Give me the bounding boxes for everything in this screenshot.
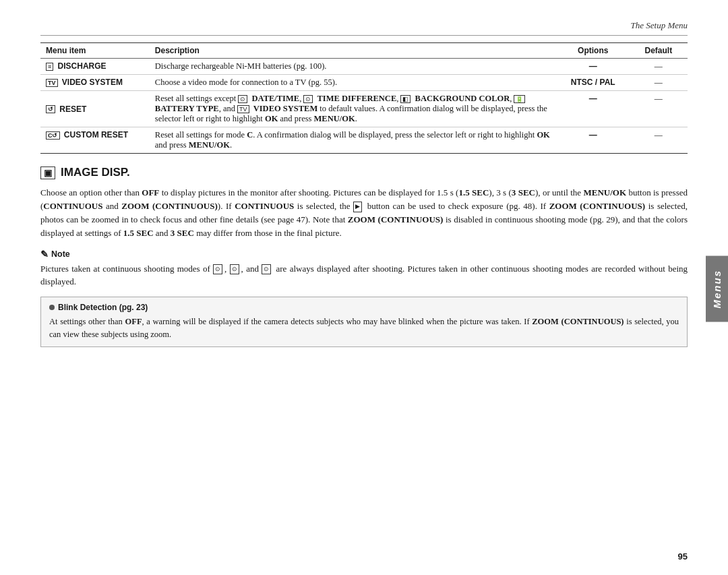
blink-detection-box: Blink Detection (pg. 23) At settings oth… xyxy=(40,297,688,348)
col-header-description: Description xyxy=(150,43,557,59)
custom-reset-options: — xyxy=(557,127,630,154)
custom-reset-default: — xyxy=(630,127,688,154)
video-system-label: VIDEO SYSTEM xyxy=(62,78,123,87)
note-section: ✎ Note Pictures taken at continuous shoo… xyxy=(40,249,688,289)
table-row: TV VIDEO SYSTEM Choose a video mode for … xyxy=(40,75,688,91)
header-title: The Setup Menu xyxy=(631,20,688,30)
image-disp-title: IMAGE DISP. xyxy=(61,166,130,179)
menus-sidebar-tab: Menus xyxy=(706,256,728,322)
note-label-text: Note xyxy=(51,249,70,259)
image-disp-heading: ▣ IMAGE DISP. xyxy=(40,166,688,179)
discharge-label: DISCHARGE xyxy=(58,61,107,71)
table-row: ↺ RESET Reset all settings except ⊙ DATE… xyxy=(40,91,688,127)
col-header-item: Menu item xyxy=(40,43,150,59)
note-text: Pictures taken at continuous shooting mo… xyxy=(40,262,688,289)
reset-description: Reset all settings except ⊙ DATE/TIME, ⊙… xyxy=(150,91,557,127)
custom-reset-icon: C↺ xyxy=(46,131,60,140)
reset-icon: ↺ xyxy=(46,105,55,113)
video-system-options: NTSC / PAL xyxy=(557,75,630,91)
image-disp-body: Choose an option other than OFF to displ… xyxy=(40,186,688,241)
reset-label: RESET xyxy=(59,104,86,114)
discharge-default: — xyxy=(630,59,688,75)
table-row: C↺ CUSTOM RESET Reset all settings for m… xyxy=(40,127,688,154)
blink-dot-icon xyxy=(49,305,55,310)
col-header-default: Default xyxy=(630,43,688,59)
table-row: ≡ DISCHARGE Discharge rechargeable Ni-MH… xyxy=(40,59,688,75)
page-header: The Setup Menu xyxy=(40,20,688,36)
col-header-options: Options xyxy=(557,43,630,59)
reset-default: — xyxy=(630,91,688,127)
setup-table: Menu item Description Options Default ≡ … xyxy=(40,42,688,154)
custom-reset-description: Reset all settings for mode C. A confirm… xyxy=(150,127,557,154)
note-icon: ✎ xyxy=(40,249,49,260)
discharge-description: Discharge rechargeable Ni-MH batteries (… xyxy=(150,59,557,75)
reset-options: — xyxy=(557,91,630,127)
page-number: 95 xyxy=(678,551,688,562)
blink-label-text: Blink Detection (pg. 23) xyxy=(58,303,148,312)
video-system-description: Choose a video mode for connection to a … xyxy=(150,75,557,91)
video-system-default: — xyxy=(630,75,688,91)
blink-text: At settings other than OFF, a warning wi… xyxy=(49,315,679,342)
video-system-icon: TV xyxy=(46,79,58,87)
discharge-icon: ≡ xyxy=(46,63,53,71)
custom-reset-label: CUSTOM RESET xyxy=(64,130,128,140)
discharge-options: — xyxy=(557,59,630,75)
image-disp-icon: ▣ xyxy=(40,167,55,179)
